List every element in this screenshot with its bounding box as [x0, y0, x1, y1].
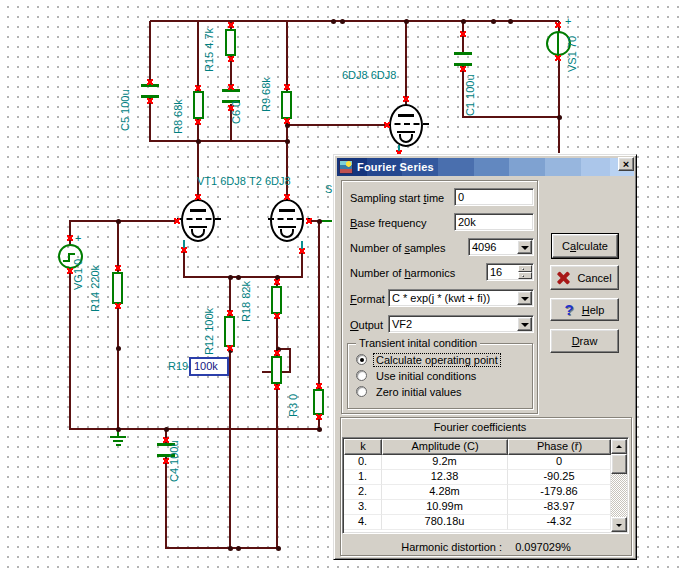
resistor-R19[interactable] — [271, 356, 282, 384]
scroll-down-button[interactable] — [611, 517, 627, 532]
dropdown-button[interactable] — [517, 240, 532, 254]
wire — [405, 21, 407, 106]
chevron-down-icon — [521, 246, 529, 250]
dialog-titlebar[interactable]: Fourier Series — [337, 158, 634, 176]
resistor-R14[interactable] — [112, 272, 123, 304]
radio-label[interactable]: Zero initial values — [376, 386, 462, 398]
junction-dot — [317, 427, 322, 432]
base-frequency-input[interactable]: 20k — [454, 213, 534, 231]
group-legend: Transient inital condition — [356, 337, 480, 349]
column-header-phase[interactable]: Phase (ř) — [508, 439, 611, 455]
radio-dot — [360, 358, 364, 362]
table-row[interactable]: 0. 9.2m 0 — [344, 455, 611, 470]
tube-T2[interactable] — [270, 199, 304, 242]
terminal-mark-icon — [195, 194, 201, 200]
arrow-down-icon — [522, 275, 524, 277]
sampling-start-time-input[interactable]: 0 — [454, 188, 534, 206]
schematic-editor-canvas[interactable]: C5 100u R8 68k R15 4.7k C6 0 R9 68k C1 1… — [0, 0, 681, 572]
tube-cathode — [278, 226, 296, 228]
output-combobox[interactable]: VF2 — [388, 315, 534, 333]
help-button[interactable]: ? Help — [550, 298, 619, 321]
calculate-button[interactable]: Calculate — [552, 234, 618, 258]
tube-6DJ8[interactable] — [389, 104, 423, 147]
spinner-buttons[interactable] — [518, 265, 532, 279]
harmonic-distortion-value: 0.097029% — [515, 541, 571, 553]
r19-value-edit-field[interactable]: 100k — [189, 357, 229, 376]
terminal-mark-icon — [403, 96, 409, 102]
resistor-R9[interactable] — [281, 91, 292, 119]
wire — [197, 21, 199, 91]
junction-dot — [461, 19, 466, 24]
component-label: S — [325, 183, 332, 195]
terminal-mark-icon — [316, 414, 322, 420]
dropdown-button[interactable] — [517, 291, 532, 305]
terminal-mark-icon — [284, 194, 290, 200]
table-row[interactable]: 1. 12.38 -90.25 — [344, 470, 611, 485]
capacitor-C1[interactable] — [454, 52, 472, 55]
junction-dot — [228, 275, 233, 280]
tube-VT1[interactable] — [181, 199, 215, 242]
sampling-start-time-label: Sampling start time — [350, 192, 444, 204]
close-button[interactable]: × — [618, 157, 634, 171]
ground-symbol — [116, 444, 121, 446]
polarity-plus-label: + — [565, 15, 571, 27]
polarity-plus-label: + — [75, 232, 81, 244]
component-label: R18 82k — [240, 281, 252, 322]
spin-down-button[interactable] — [518, 272, 532, 279]
radio-use-initial-conditions[interactable] — [356, 370, 367, 381]
junction-dot — [331, 19, 336, 24]
wire — [286, 21, 288, 91]
terminal-mark-icon — [147, 79, 153, 85]
resistor-R18[interactable] — [271, 286, 282, 314]
component-label: C5 100u — [119, 89, 131, 131]
draw-button[interactable]: Draw — [550, 329, 619, 353]
junction-dot — [491, 19, 496, 24]
column-header-amplitude[interactable]: Amplitude (C) — [382, 439, 508, 455]
junction-dot — [557, 115, 562, 120]
table-row[interactable]: 4. 780.18u -4.32 — [344, 515, 611, 530]
cell-phase: 0 — [508, 455, 611, 470]
table-row[interactable]: 2. 4.28m -179.86 — [344, 485, 611, 500]
junction-dot — [404, 19, 409, 24]
base-frequency-label: Base frequency — [350, 217, 426, 229]
close-icon: × — [623, 158, 629, 170]
cancel-button[interactable]: Cancel — [550, 265, 619, 290]
dropdown-button[interactable] — [517, 317, 532, 331]
component-label: R8 68k — [172, 99, 184, 134]
radio-zero-initial-values[interactable] — [356, 386, 367, 397]
wire — [149, 140, 289, 142]
wire — [197, 141, 199, 201]
scroll-up-button[interactable] — [611, 439, 627, 454]
resistor-R15[interactable] — [225, 29, 236, 56]
tube-cathode — [189, 226, 207, 228]
component-label: R3 0 — [287, 394, 299, 417]
dialog-title: Fourier Series — [357, 161, 434, 173]
terminal-mark-icon — [115, 265, 121, 271]
column-header-k[interactable]: k — [344, 439, 382, 455]
cell-amplitude: 10.99m — [382, 500, 508, 515]
wire — [183, 250, 185, 278]
radio-calculate-operating-point[interactable] — [356, 354, 367, 365]
terminal-mark-icon — [67, 235, 73, 241]
terminal-mark-icon — [384, 122, 390, 128]
table-row[interactable]: 3. 10.99m -83.97 — [344, 500, 611, 515]
cell-phase: -83.97 — [508, 500, 611, 515]
ground-symbol — [113, 440, 123, 442]
number-of-samples-combobox[interactable]: 4096 — [468, 238, 534, 256]
number-of-harmonics-spinner[interactable]: 16 — [486, 263, 534, 281]
table-scrollbar[interactable] — [611, 439, 627, 532]
resistor-R12[interactable] — [224, 316, 235, 347]
radio-label[interactable]: Calculate operating point — [374, 354, 500, 366]
scrollbar-thumb[interactable] — [611, 454, 627, 474]
resistor-R3[interactable] — [313, 389, 324, 415]
spin-up-button[interactable] — [518, 265, 532, 272]
resistor-R8[interactable] — [193, 91, 204, 119]
chevron-down-icon — [521, 323, 529, 327]
terminal-mark-icon — [227, 310, 233, 316]
format-combobox[interactable]: C * exp(j * (kwt + fi)) — [388, 289, 534, 307]
fourier-series-dialog: Fourier Series × Sampling start time 0 B… — [333, 154, 637, 560]
wire — [558, 54, 560, 153]
terminal-mark-icon — [555, 22, 561, 28]
coefficients-table: k Amplitude (C) Phase (ř) 0. 9.2m 0 1. 1… — [342, 437, 629, 534]
radio-label[interactable]: Use initial conditions — [376, 370, 476, 382]
